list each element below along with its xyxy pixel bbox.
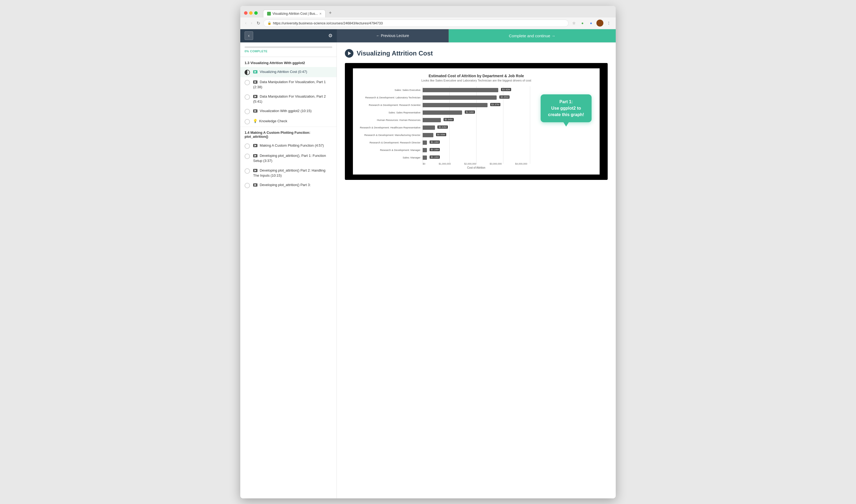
lesson-title-3: Data Manipulation For Visualization, Par… — [253, 94, 326, 104]
chart-bar-row-9: $0.16M — [423, 154, 530, 161]
bar-value-label-3: $2.04M — [465, 110, 475, 114]
video-icon-1 — [253, 70, 257, 73]
bar-value-label-9: $0.16M — [430, 156, 440, 159]
star-icon[interactable]: ☆ — [571, 20, 577, 26]
callout-line2: Use ggplot2 to — [546, 105, 586, 111]
extension-icon-2[interactable]: ● — [588, 20, 594, 26]
knowledge-icon: 💡 — [253, 119, 257, 123]
forward-button[interactable]: › — [250, 20, 253, 26]
previous-lecture-button[interactable]: ← Previous Lecture — [337, 29, 449, 42]
menu-icon[interactable]: ⋮ — [606, 20, 612, 26]
app-body: 0% COMPLETE 1.3 Visualizing Attrition Wi… — [240, 43, 616, 498]
chart-main-title: Estimated Cost of Attrition by Departmen… — [358, 74, 594, 78]
lesson-title-2: Data Manipulation For Visualization, Par… — [253, 80, 326, 89]
minimize-traffic-light[interactable] — [249, 11, 253, 15]
lesson-title-6: Making A Custom Plotting Function (4:57) — [260, 143, 324, 147]
lecture-title-row: Visualizing Attrition Cost — [345, 49, 608, 58]
lesson-content-8: Developing plot_attrition() Part 2: Hand… — [253, 168, 332, 178]
active-tab[interactable]: Visualizing Attrition Cost | Bus... × — [263, 10, 325, 17]
lesson-item-5[interactable]: 💡 Knowledge Check — [240, 116, 337, 127]
lesson-title-1: Visualizing Attrition Cost (0:47) — [260, 70, 307, 74]
chart-bar-0: $3.92M — [423, 88, 498, 92]
lesson-circle-1 — [245, 70, 250, 75]
lesson-item-7[interactable]: Developing plot_attrition(), Part 1: Fun… — [240, 151, 337, 165]
chart-bar-3: $2.04M — [423, 110, 462, 115]
video-icon-8 — [253, 169, 257, 172]
chart-bar-row-5: $0.63M — [423, 124, 530, 131]
section-header-1: 1.3 Visualizing Attrition With ggplot2 — [240, 57, 337, 67]
new-tab-button[interactable]: + — [326, 8, 334, 17]
callout-line3: create this graph! — [546, 111, 586, 118]
browser-toolbar: ‹ › ↻ 🔒 https://university.business-scie… — [240, 17, 616, 29]
address-bar[interactable]: 🔒 https://university.business-science.io… — [263, 20, 569, 27]
lesson-item-6[interactable]: Making A Custom Plotting Function (4:57) — [240, 141, 337, 151]
progress-label: 0% COMPLETE — [245, 50, 332, 53]
app-header: ‹ ⚙ ← Previous Lecture Complete and cont… — [240, 29, 616, 43]
bar-value-label-2: $3.37M — [490, 103, 500, 106]
x-label-2: $2,000,000 — [464, 162, 476, 165]
lecture-title: Visualizing Attrition Cost — [357, 50, 433, 57]
lesson-content-4: Visualization With ggplot2 (10:15) — [253, 108, 332, 113]
chart-bar-row-0: $3.92M — [423, 86, 530, 94]
settings-icon[interactable]: ⚙ — [328, 33, 333, 39]
complete-continue-button[interactable]: Complete and continue → — [449, 29, 616, 42]
x-label-3: $3,000,000 — [490, 162, 502, 165]
profile-avatar[interactable] — [596, 20, 603, 26]
callout-bubble: Part 1: Use ggplot2 to create this graph… — [541, 94, 592, 122]
lesson-title-8: Developing plot_attrition() Part 2: Hand… — [253, 168, 325, 178]
x-axis-labels: $0 $1,000,000 $2,000,000 $3,000,000 $4,0… — [423, 161, 530, 165]
traffic-lights — [244, 11, 258, 15]
progress-container: 0% COMPLETE — [240, 43, 337, 57]
x-label-1: $1,000,000 — [439, 162, 451, 165]
video-icon-6 — [253, 144, 257, 147]
play-icon — [345, 49, 354, 58]
tab-title: Visualizing Attrition Cost | Bus... — [272, 12, 318, 16]
video-icon-2 — [253, 80, 257, 84]
lesson-item-1[interactable]: Visualizing Attrition Cost (0:47) — [240, 67, 337, 77]
x-label-0: $0 — [423, 162, 425, 165]
back-to-course-button[interactable]: ‹ — [245, 31, 253, 40]
close-traffic-light[interactable] — [244, 11, 248, 15]
x-axis-title: Cost of Attrition — [423, 166, 530, 169]
lesson-item-9[interactable]: Developing plot_attrition() Part 3: — [240, 180, 337, 190]
chart-label-2: Research & Development: Research Scienti… — [358, 101, 423, 109]
chart-subtitle: Looks like Sales Executive and Laborator… — [358, 79, 594, 82]
lesson-content-1: Visualizing Attrition Cost (0:47) — [253, 69, 332, 74]
callout-tail — [564, 122, 569, 127]
lesson-circle-2 — [245, 80, 250, 85]
lesson-item-2[interactable]: Data Manipulation For Visualization, Par… — [240, 77, 337, 92]
sidebar: 0% COMPLETE 1.3 Visualizing Attrition Wi… — [240, 43, 337, 498]
bar-value-label-8: $0.16M — [430, 148, 440, 151]
lesson-item-4[interactable]: Visualization With ggplot2 (10:15) — [240, 106, 337, 116]
extension-icon-1[interactable]: ● — [579, 20, 586, 26]
lesson-circle-8 — [245, 168, 250, 174]
lesson-item-3[interactable]: Data Manipulation For Visualization, Par… — [240, 92, 337, 106]
video-icon-4 — [253, 109, 257, 113]
bar-value-label-1: $3.85M — [499, 95, 510, 98]
chart-bar-row-2: $3.37M — [423, 101, 530, 109]
lesson-circle-7 — [245, 154, 250, 159]
lesson-content-6: Making A Custom Plotting Function (4:57) — [253, 143, 332, 148]
lesson-item-8[interactable]: Developing plot_attrition() Part 2: Hand… — [240, 166, 337, 180]
reload-button[interactable]: ↻ — [255, 20, 261, 27]
video-icon-7 — [253, 154, 257, 157]
bar-value-label-5: $0.63M — [438, 125, 448, 129]
maximize-traffic-light[interactable] — [254, 11, 258, 15]
video-icon-9 — [253, 183, 257, 186]
lesson-title-7: Developing plot_attrition(), Part 1: Fun… — [253, 154, 326, 163]
browser-actions: ☆ ● ● ⋮ — [571, 20, 612, 26]
back-button[interactable]: ‹ — [244, 20, 248, 26]
main-content: Visualizing Attrition Cost Estimated Cos… — [337, 43, 616, 498]
chart-label-1: Research & Development: Laboratory Techn… — [358, 94, 423, 101]
tab-close-button[interactable]: × — [319, 12, 322, 16]
browser-titlebar: Visualizing Attrition Cost | Bus... × + — [240, 6, 616, 17]
chart-label-6: Research & Development: Manufacturing Di… — [358, 131, 423, 139]
chart-bar-row-3: $2.04M — [423, 109, 530, 116]
chart-bar-1: $3.85M — [423, 95, 497, 100]
chart-bar-2: $3.37M — [423, 103, 487, 107]
video-container[interactable]: Estimated Cost of Attrition by Departmen… — [345, 63, 608, 180]
app-header-left: ‹ ⚙ — [240, 29, 337, 42]
video-icon-3 — [253, 95, 257, 98]
lesson-circle-3 — [245, 94, 250, 100]
section-header-2: 1.4 Making A Custom Plotting Function: p… — [240, 127, 337, 141]
